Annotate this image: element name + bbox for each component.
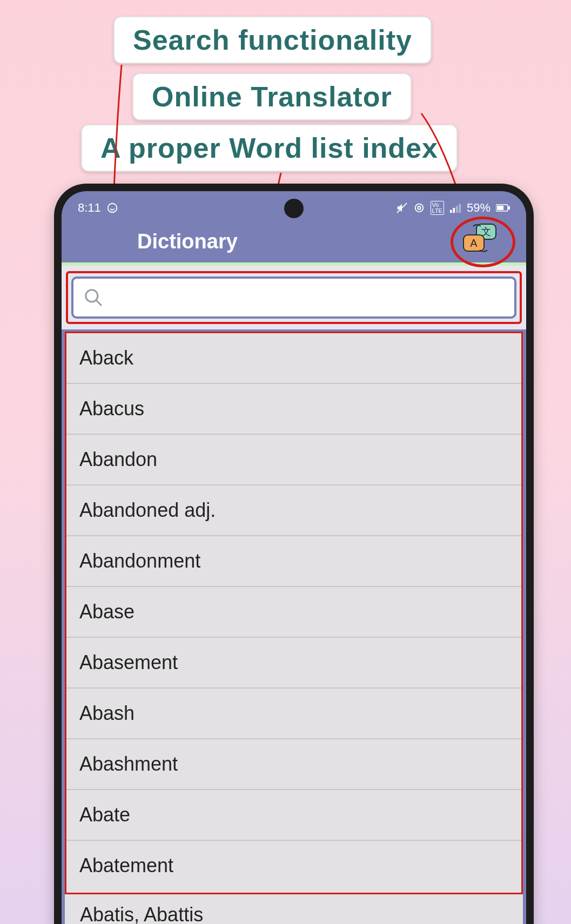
svg-rect-5: [453, 208, 455, 213]
list-item[interactable]: Abandon: [66, 435, 521, 485]
svg-rect-6: [456, 206, 458, 213]
word-label: Abandoned adj.: [79, 499, 216, 522]
svg-rect-10: [508, 206, 510, 210]
callout-wordlist: A proper Word list index: [81, 124, 458, 172]
word-label: Abate: [79, 804, 130, 826]
word-label: Abashment: [79, 753, 178, 775]
list-item[interactable]: Abash: [66, 689, 521, 739]
search-area: [62, 266, 526, 329]
svg-rect-7: [459, 204, 461, 213]
callout-search: Search functionality: [113, 16, 432, 64]
word-label: Abasement: [79, 651, 178, 674]
search-field[interactable]: [71, 276, 516, 319]
svg-line-16: [96, 300, 102, 306]
list-item[interactable]: Abate: [66, 790, 521, 841]
hotspot-icon: [413, 202, 425, 214]
list-item[interactable]: Abatis, Abattis: [65, 894, 523, 924]
word-label: Abatis, Abattis: [80, 903, 203, 924]
phone-notch: [284, 199, 304, 218]
whatsapp-icon: [106, 202, 118, 214]
search-input[interactable]: [111, 288, 505, 307]
svg-point-2: [418, 206, 421, 210]
svg-point-0: [108, 204, 117, 213]
translator-icon: 文 A: [462, 223, 498, 254]
word-label: Abash: [79, 702, 135, 725]
svg-rect-4: [450, 210, 452, 213]
list-item[interactable]: Abase: [66, 587, 521, 638]
signal-icon: [449, 203, 461, 213]
svg-text:A: A: [470, 237, 478, 249]
svg-rect-9: [497, 206, 503, 210]
list-item[interactable]: Abasement: [66, 638, 521, 689]
svg-text:文: 文: [481, 226, 491, 237]
app-header: Dictionary 文 A: [62, 220, 526, 262]
list-item[interactable]: Abashment: [66, 739, 521, 790]
word-list[interactable]: AbackAbacusAbandonAbandoned adj.Abandonm…: [66, 333, 521, 891]
list-item[interactable]: Abacus: [66, 384, 521, 435]
battery-percent: 59%: [467, 201, 491, 215]
word-label: Abandon: [79, 448, 157, 471]
mute-icon: [396, 202, 408, 214]
list-item[interactable]: Abatement: [66, 841, 521, 891]
word-label: Abatement: [79, 854, 173, 877]
page-title: Dictionary: [78, 230, 451, 253]
list-item[interactable]: Abandoned adj.: [66, 485, 521, 536]
translator-button[interactable]: 文 A: [451, 220, 510, 263]
volte-icon: VoLTE: [431, 201, 444, 215]
callout-translator: Online Translator: [132, 73, 412, 120]
word-list-highlight-frame: AbackAbacusAbandonAbandoned adj.Abandonm…: [65, 332, 523, 894]
word-label: Abandonment: [79, 550, 200, 572]
svg-point-3: [415, 204, 423, 212]
list-item[interactable]: Aback: [66, 333, 521, 384]
word-label: Aback: [79, 347, 133, 369]
word-label: Abase: [79, 601, 135, 623]
list-item[interactable]: Abandonment: [66, 536, 521, 587]
phone-frame: 8:11 VoLTE 59%: [54, 184, 534, 924]
search-highlight-frame: [66, 271, 522, 324]
status-time: 8:11: [78, 201, 101, 215]
word-label: Abacus: [79, 397, 144, 420]
battery-icon: [496, 204, 510, 212]
search-icon: [83, 287, 104, 308]
